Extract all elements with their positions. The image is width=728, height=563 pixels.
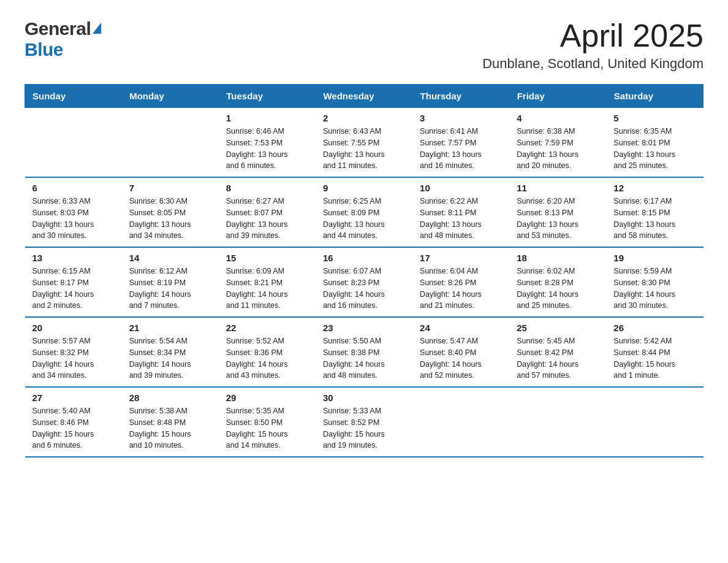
day-info: Sunrise: 5:59 AM Sunset: 8:30 PM Dayligh… — [613, 266, 696, 312]
calendar-cell: 3Sunrise: 6:41 AM Sunset: 7:57 PM Daylig… — [412, 108, 509, 178]
day-info: Sunrise: 6:46 AM Sunset: 7:53 PM Dayligh… — [226, 126, 308, 172]
day-info: Sunrise: 6:43 AM Sunset: 7:55 PM Dayligh… — [323, 126, 405, 172]
day-number: 3 — [420, 113, 502, 123]
day-header-saturday: Saturday — [606, 85, 703, 108]
day-info: Sunrise: 5:45 AM Sunset: 8:42 PM Dayligh… — [517, 335, 599, 381]
calendar-cell: 12Sunrise: 6:17 AM Sunset: 8:15 PM Dayli… — [606, 177, 703, 247]
day-info: Sunrise: 6:04 AM Sunset: 8:26 PM Dayligh… — [420, 266, 502, 312]
day-info: Sunrise: 6:35 AM Sunset: 8:01 PM Dayligh… — [613, 126, 696, 172]
day-number: 7 — [129, 183, 211, 193]
calendar-cell: 22Sunrise: 5:52 AM Sunset: 8:36 PM Dayli… — [219, 317, 316, 387]
day-info: Sunrise: 6:07 AM Sunset: 8:23 PM Dayligh… — [323, 266, 405, 312]
day-number: 26 — [613, 323, 696, 333]
calendar-cell: 11Sunrise: 6:20 AM Sunset: 8:13 PM Dayli… — [509, 177, 606, 247]
calendar-header: SundayMondayTuesdayWednesdayThursdayFrid… — [25, 85, 703, 108]
calendar-cell — [25, 108, 122, 178]
calendar-week-row: 13Sunrise: 6:15 AM Sunset: 8:17 PM Dayli… — [25, 247, 703, 317]
day-header-friday: Friday — [509, 85, 606, 108]
day-number: 21 — [129, 323, 211, 333]
calendar-cell: 6Sunrise: 6:33 AM Sunset: 8:03 PM Daylig… — [25, 177, 122, 247]
day-info: Sunrise: 5:52 AM Sunset: 8:36 PM Dayligh… — [226, 335, 308, 381]
calendar-cell — [509, 387, 606, 457]
calendar-cell: 9Sunrise: 6:25 AM Sunset: 8:09 PM Daylig… — [316, 177, 412, 247]
calendar-cell: 27Sunrise: 5:40 AM Sunset: 8:46 PM Dayli… — [25, 387, 122, 457]
day-info: Sunrise: 5:54 AM Sunset: 8:34 PM Dayligh… — [129, 335, 211, 381]
day-header-monday: Monday — [122, 85, 219, 108]
calendar-cell: 19Sunrise: 5:59 AM Sunset: 8:30 PM Dayli… — [606, 247, 703, 317]
day-info: Sunrise: 5:50 AM Sunset: 8:38 PM Dayligh… — [323, 335, 405, 381]
day-number: 20 — [32, 323, 115, 333]
calendar-cell: 8Sunrise: 6:27 AM Sunset: 8:07 PM Daylig… — [219, 177, 316, 247]
day-number: 12 — [613, 183, 696, 193]
day-info: Sunrise: 6:38 AM Sunset: 7:59 PM Dayligh… — [517, 126, 599, 172]
calendar-week-row: 27Sunrise: 5:40 AM Sunset: 8:46 PM Dayli… — [25, 387, 703, 457]
day-info: Sunrise: 5:57 AM Sunset: 8:32 PM Dayligh… — [32, 335, 115, 381]
day-info: Sunrise: 5:33 AM Sunset: 8:52 PM Dayligh… — [323, 405, 405, 451]
calendar-cell: 7Sunrise: 6:30 AM Sunset: 8:05 PM Daylig… — [122, 177, 219, 247]
day-number: 13 — [32, 253, 115, 263]
day-header-wednesday: Wednesday — [316, 85, 412, 108]
logo-blue-text: Blue — [25, 39, 63, 59]
calendar-cell: 2Sunrise: 6:43 AM Sunset: 7:55 PM Daylig… — [316, 108, 412, 178]
calendar-table: SundayMondayTuesdayWednesdayThursdayFrid… — [25, 84, 703, 458]
day-info: Sunrise: 5:47 AM Sunset: 8:40 PM Dayligh… — [420, 335, 502, 381]
calendar-cell: 5Sunrise: 6:35 AM Sunset: 8:01 PM Daylig… — [606, 108, 703, 178]
calendar-cell: 10Sunrise: 6:22 AM Sunset: 8:11 PM Dayli… — [412, 177, 509, 247]
calendar-cell: 23Sunrise: 5:50 AM Sunset: 8:38 PM Dayli… — [316, 317, 412, 387]
day-header-thursday: Thursday — [412, 85, 509, 108]
calendar-cell: 26Sunrise: 5:42 AM Sunset: 8:44 PM Dayli… — [606, 317, 703, 387]
calendar-cell: 4Sunrise: 6:38 AM Sunset: 7:59 PM Daylig… — [509, 108, 606, 178]
page-header: General Blue April 2025 Dunblane, Scotla… — [25, 18, 703, 72]
day-info: Sunrise: 6:20 AM Sunset: 8:13 PM Dayligh… — [517, 196, 599, 242]
calendar-cell: 16Sunrise: 6:07 AM Sunset: 8:23 PM Dayli… — [316, 247, 412, 317]
day-number: 5 — [613, 113, 696, 123]
day-info: Sunrise: 6:27 AM Sunset: 8:07 PM Dayligh… — [226, 196, 308, 242]
calendar-subtitle: Dunblane, Scotland, United Kingdom — [482, 56, 703, 72]
day-number: 14 — [129, 253, 211, 263]
calendar-cell: 14Sunrise: 6:12 AM Sunset: 8:19 PM Dayli… — [122, 247, 219, 317]
logo-arrow-icon — [93, 23, 101, 34]
day-info: Sunrise: 6:15 AM Sunset: 8:17 PM Dayligh… — [32, 266, 115, 312]
days-of-week-row: SundayMondayTuesdayWednesdayThursdayFrid… — [25, 85, 703, 108]
calendar-cell: 24Sunrise: 5:47 AM Sunset: 8:40 PM Dayli… — [412, 317, 509, 387]
day-info: Sunrise: 5:38 AM Sunset: 8:48 PM Dayligh… — [129, 405, 211, 451]
day-number: 6 — [32, 183, 115, 193]
day-number: 4 — [517, 113, 599, 123]
calendar-cell: 1Sunrise: 6:46 AM Sunset: 7:53 PM Daylig… — [219, 108, 316, 178]
calendar-title: April 2025 — [482, 18, 703, 53]
day-info: Sunrise: 6:09 AM Sunset: 8:21 PM Dayligh… — [226, 266, 308, 312]
calendar-week-row: 20Sunrise: 5:57 AM Sunset: 8:32 PM Dayli… — [25, 317, 703, 387]
day-number: 16 — [323, 253, 405, 263]
day-info: Sunrise: 6:33 AM Sunset: 8:03 PM Dayligh… — [32, 196, 115, 242]
day-number: 29 — [226, 393, 308, 403]
calendar-cell: 17Sunrise: 6:04 AM Sunset: 8:26 PM Dayli… — [412, 247, 509, 317]
calendar-cell: 20Sunrise: 5:57 AM Sunset: 8:32 PM Dayli… — [25, 317, 122, 387]
calendar-cell — [412, 387, 509, 457]
day-number: 28 — [129, 393, 211, 403]
day-number: 19 — [613, 253, 696, 263]
calendar-week-row: 1Sunrise: 6:46 AM Sunset: 7:53 PM Daylig… — [25, 108, 703, 178]
day-number: 30 — [323, 393, 405, 403]
calendar-cell: 30Sunrise: 5:33 AM Sunset: 8:52 PM Dayli… — [316, 387, 412, 457]
calendar-cell: 29Sunrise: 5:35 AM Sunset: 8:50 PM Dayli… — [219, 387, 316, 457]
day-info: Sunrise: 6:17 AM Sunset: 8:15 PM Dayligh… — [613, 196, 696, 242]
calendar-cell: 13Sunrise: 6:15 AM Sunset: 8:17 PM Dayli… — [25, 247, 122, 317]
day-number: 1 — [226, 113, 308, 123]
day-info: Sunrise: 5:35 AM Sunset: 8:50 PM Dayligh… — [226, 405, 308, 451]
day-info: Sunrise: 6:12 AM Sunset: 8:19 PM Dayligh… — [129, 266, 211, 312]
calendar-cell: 15Sunrise: 6:09 AM Sunset: 8:21 PM Dayli… — [219, 247, 316, 317]
calendar-body: 1Sunrise: 6:46 AM Sunset: 7:53 PM Daylig… — [25, 108, 703, 458]
day-number: 8 — [226, 183, 308, 193]
day-header-sunday: Sunday — [25, 85, 122, 108]
day-number: 15 — [226, 253, 308, 263]
day-info: Sunrise: 6:41 AM Sunset: 7:57 PM Dayligh… — [420, 126, 502, 172]
day-number: 25 — [517, 323, 599, 333]
calendar-week-row: 6Sunrise: 6:33 AM Sunset: 8:03 PM Daylig… — [25, 177, 703, 247]
day-number: 22 — [226, 323, 308, 333]
day-info: Sunrise: 5:42 AM Sunset: 8:44 PM Dayligh… — [613, 335, 696, 381]
day-info: Sunrise: 5:40 AM Sunset: 8:46 PM Dayligh… — [32, 405, 115, 451]
calendar-cell: 28Sunrise: 5:38 AM Sunset: 8:48 PM Dayli… — [122, 387, 219, 457]
logo: General Blue — [25, 18, 101, 60]
day-number: 27 — [32, 393, 115, 403]
calendar-cell: 21Sunrise: 5:54 AM Sunset: 8:34 PM Dayli… — [122, 317, 219, 387]
